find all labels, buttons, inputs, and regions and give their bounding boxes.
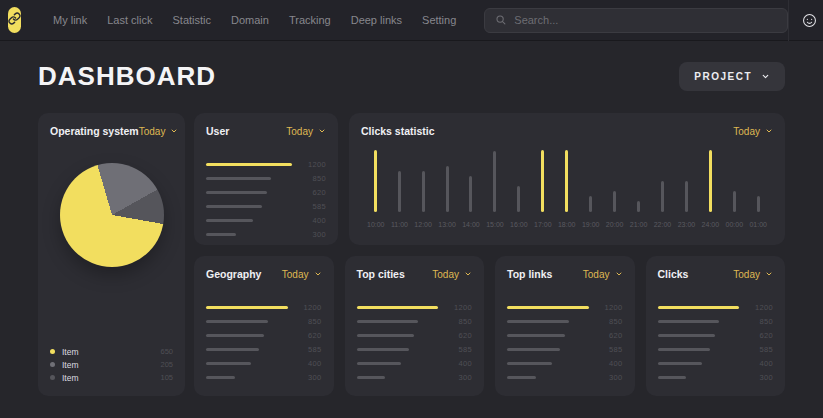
period-dropdown[interactable]: Today: [286, 126, 326, 137]
time-label: 01:00: [749, 221, 767, 228]
bar-track: [507, 348, 589, 351]
bar-row: 620: [206, 328, 322, 342]
bar-value: 400: [298, 359, 322, 368]
bar-value: 850: [448, 317, 472, 326]
period-dropdown[interactable]: Today: [139, 126, 179, 137]
bar-value: 620: [448, 331, 472, 340]
bar-track: [206, 320, 288, 323]
bar-track: [357, 348, 439, 351]
bar-value: 585: [448, 345, 472, 354]
card-title: Operating system: [50, 125, 139, 137]
bar-value: 585: [298, 345, 322, 354]
main-menu: My linkLast clickStatisticDomainTracking…: [43, 14, 466, 26]
bar-value: 400: [302, 216, 326, 225]
cards-row-1: User Today 1200850620585400300 Clicks st…: [194, 113, 785, 245]
nav-item-tracking[interactable]: Tracking: [279, 14, 341, 26]
bar-row: 400: [658, 356, 774, 370]
chart-column: 19:00: [582, 150, 600, 228]
card-operating-system: Operating system Today Item650Item205Ite…: [38, 113, 185, 396]
nav-item-deep-links[interactable]: Deep links: [341, 14, 412, 26]
period-dropdown[interactable]: Today: [583, 269, 623, 280]
bar: [206, 320, 268, 323]
project-dropdown-button[interactable]: PROJECT: [679, 62, 785, 91]
time-label: 16:00: [510, 221, 528, 228]
chart-bar: [446, 166, 449, 212]
bar-row: 585: [357, 342, 473, 356]
bar-track: [206, 362, 288, 365]
bar: [357, 334, 415, 337]
nav-item-statistic[interactable]: Statistic: [162, 14, 221, 26]
pie-legend: Item650Item205Item105: [50, 345, 173, 384]
bar: [658, 320, 720, 323]
chart-bar-area: [517, 150, 520, 212]
chart-bar: [661, 181, 664, 212]
bar-value: 1200: [749, 303, 773, 312]
chart-bar: [613, 191, 616, 212]
chart-bar: [398, 171, 401, 212]
card-clicks-statistic: Clicks statistic Today 10:0011:0012:0013…: [349, 113, 785, 245]
bar-list: 1200850620585400300: [206, 300, 322, 384]
chart-column: 11:00: [391, 150, 408, 228]
chart-bar-area: [374, 150, 377, 212]
nav-item-last-click[interactable]: Last click: [97, 14, 162, 26]
period-dropdown[interactable]: Today: [432, 269, 472, 280]
bar-list: 1200850620585400300: [206, 157, 326, 241]
bar: [658, 348, 711, 351]
chart-column: 18:00: [558, 150, 576, 228]
support-button[interactable]: [788, 0, 823, 41]
chart-bar-highlight: [541, 150, 544, 212]
bar-value: 300: [448, 373, 472, 382]
bar-value: 850: [298, 317, 322, 326]
period-dropdown[interactable]: Today: [733, 126, 773, 137]
app-logo[interactable]: [8, 7, 21, 33]
bar: [507, 376, 536, 379]
bar-value: 585: [302, 202, 326, 211]
bar-track: [658, 306, 740, 309]
chart-column: 23:00: [678, 150, 696, 228]
bar-value: 300: [298, 373, 322, 382]
time-label: 18:00: [558, 221, 576, 228]
bar-row: 1200: [507, 300, 623, 314]
bar: [206, 219, 253, 222]
chart-bar: [685, 181, 688, 212]
bar-value: 850: [749, 317, 773, 326]
chart-bar-area: [469, 150, 472, 212]
chart-column: 10:00: [367, 150, 385, 228]
bar-value: 1200: [298, 303, 322, 312]
search-box[interactable]: [484, 8, 788, 33]
period-dropdown[interactable]: Today: [733, 269, 773, 280]
card-clicks: Clicks Today 1200850620585400300: [646, 256, 786, 396]
bar: [357, 376, 386, 379]
chart-column: 12:00: [414, 150, 432, 228]
chart-bar-area: [709, 150, 712, 212]
search-input[interactable]: [514, 14, 777, 26]
bar: [658, 376, 687, 379]
nav-item-my-link[interactable]: My link: [43, 14, 97, 26]
nav-item-domain[interactable]: Domain: [221, 14, 279, 26]
support-smiley-icon: [801, 12, 818, 29]
link-icon: [8, 11, 21, 29]
bar: [357, 320, 419, 323]
chart-column: 21:00: [630, 150, 648, 228]
bar-track: [658, 320, 740, 323]
bar-value: 850: [599, 317, 623, 326]
bar-row: 620: [206, 185, 326, 199]
legend-label: Item: [62, 347, 79, 357]
nav-item-setting[interactable]: Setting: [412, 14, 466, 26]
bar-highlight: [206, 163, 292, 166]
chart-bar: [733, 191, 736, 212]
legend-value: 650: [160, 347, 173, 356]
bar-row: 1200: [206, 157, 326, 171]
bar-track: [206, 205, 292, 208]
bar-track: [357, 376, 439, 379]
chart-column: 13:00: [438, 150, 456, 228]
bar-row: 300: [206, 370, 322, 384]
bar-track: [357, 320, 439, 323]
bar-row: 585: [206, 342, 322, 356]
bar: [206, 233, 236, 236]
time-label: 10:00: [367, 221, 385, 228]
bar: [357, 362, 402, 365]
card-top-links: Top links Today 1200850620585400300: [495, 256, 635, 396]
period-dropdown[interactable]: Today: [282, 269, 322, 280]
bar-value: 620: [298, 331, 322, 340]
